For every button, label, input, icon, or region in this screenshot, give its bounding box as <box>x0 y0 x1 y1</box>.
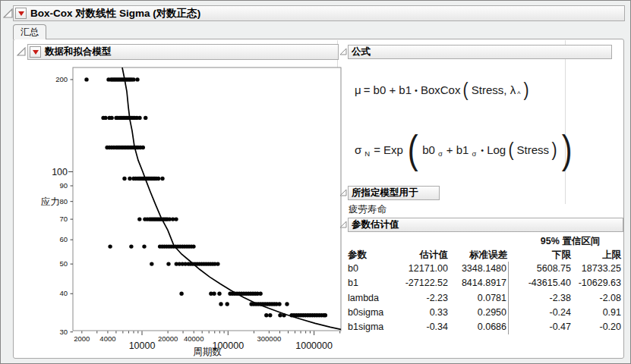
plot-section-header: 数据和拟合模型 <box>27 44 339 60</box>
svg-text:30: 30 <box>59 328 68 336</box>
model-for-title: 所指定模型用于 <box>352 187 418 199</box>
svg-text:80: 80 <box>59 197 68 206</box>
sigma-formula: σ N = Exp ( b0 σ + b1 σ • Log ( Stress )… <box>355 122 575 177</box>
close-paren: ) <box>562 130 573 169</box>
disclosure-triangle-icon[interactable] <box>339 189 347 196</box>
boxcox-fn: BoxCox <box>421 83 461 96</box>
svg-text:300000: 300000 <box>257 334 282 343</box>
b0-sigma-term: b0 <box>422 143 435 156</box>
tab-summary-label: 汇总 <box>21 26 39 39</box>
svg-text:40000: 40000 <box>184 334 203 343</box>
close-paren: ) <box>552 140 557 159</box>
mu-symbol: μ <box>355 83 361 96</box>
multiply-dot-icon: • <box>481 146 484 155</box>
column-header: 估计值 <box>401 248 450 262</box>
cell: -2.08 <box>573 291 623 306</box>
cell: 3348.1480 <box>450 262 509 276</box>
svg-text:40: 40 <box>59 289 68 297</box>
cell: b0 <box>346 262 401 276</box>
svg-text:200: 200 <box>55 75 68 83</box>
log-fn: Log <box>487 143 506 156</box>
estimates-row-lambda: lambda-2.230.0781-2.38-2.08 <box>346 291 624 306</box>
b1-sigma-sub: σ <box>472 149 476 158</box>
cell: 0.33 <box>401 306 450 320</box>
ci-header-row: 95% 置信区间 <box>346 235 624 248</box>
disclosure-triangle-icon[interactable] <box>339 221 347 228</box>
model-for-value: 疲劳寿命 <box>349 203 386 216</box>
cell: -0.47 <box>509 320 573 334</box>
cell: 12171.00 <box>401 262 450 276</box>
cell: lambda <box>346 291 401 306</box>
estimates-row-b0sigma: b0sigma0.330.2950-0.240.91 <box>346 306 624 320</box>
cell: b1 <box>346 276 401 290</box>
b0-sigma-sub: σ <box>438 149 443 158</box>
cell: 8414.8917 <box>450 276 509 290</box>
cell: 0.91 <box>573 306 623 320</box>
open-paren: ( <box>408 130 418 169</box>
cell: -10629.63 <box>573 276 623 290</box>
svg-text:4000: 4000 <box>99 334 115 343</box>
column-header-row: 参数估计值标准误差下限上限 <box>346 248 624 262</box>
svg-text:100: 100 <box>52 167 68 177</box>
red-triangle-menu-button[interactable] <box>15 8 27 19</box>
b1-sigma-term: + b1 <box>446 143 469 156</box>
x-axis-title: 周期数 <box>193 347 222 357</box>
red-triangle-icon <box>18 11 24 16</box>
sigma-subscript: N <box>364 149 370 158</box>
jmp-report-window: Box-Cox 对数线性 Sigma (对数正态) 汇总 数据和拟合模型 200… <box>0 0 631 364</box>
exp-fn: = Exp <box>374 143 403 156</box>
svg-text:2000: 2000 <box>74 334 90 343</box>
disclosure-triangle-icon[interactable] <box>3 8 13 18</box>
red-triangle-menu-button[interactable] <box>30 46 41 58</box>
plot-frame <box>73 67 341 331</box>
svg-text:50: 50 <box>59 259 68 268</box>
formula-section-title: 公式 <box>352 46 371 58</box>
multiply-dot-icon: • <box>415 86 418 95</box>
sigma-symbol: σ <box>355 143 361 156</box>
tab-summary[interactable]: 汇总 <box>13 24 46 39</box>
formula-section-header: 公式 <box>348 45 612 59</box>
cell: -2.23 <box>401 291 450 306</box>
svg-text:20000: 20000 <box>158 334 178 343</box>
plot-section-title: 数据和拟合模型 <box>45 46 112 58</box>
column-header: 参数 <box>346 248 401 262</box>
cell: 0.0686 <box>450 320 509 334</box>
y-axis-title: 应力 <box>41 196 60 207</box>
column-header: 标准误差 <box>450 248 509 262</box>
mu-linear-terms: = b0 + b1 <box>364 83 412 96</box>
log-arg: Stress <box>517 143 550 156</box>
cell: 5608.75 <box>509 262 573 276</box>
estimates-section-header: 参数估计值 <box>348 218 623 232</box>
red-triangle-icon <box>33 50 39 55</box>
cell: -0.20 <box>573 320 623 334</box>
column-header: 下限 <box>509 248 573 262</box>
mu-formula: μ = b0 + b1 • BoxCox ( Stress, λ^ ) <box>355 77 530 102</box>
open-paren: ( <box>509 140 514 159</box>
fatigue-scatter-plot[interactable]: 2000400010000200004000010000030000010000… <box>16 65 350 362</box>
open-paren: ( <box>463 80 469 99</box>
cell: b1sigma <box>346 320 401 334</box>
svg-text:90: 90 <box>59 181 68 190</box>
svg-text:70: 70 <box>59 215 68 223</box>
cell: 0.2950 <box>450 306 509 320</box>
cell: 18733.25 <box>573 262 623 276</box>
lambda-hat: ^ <box>517 90 520 98</box>
cell: b0sigma <box>346 306 401 320</box>
disclosure-triangle-icon[interactable] <box>17 47 26 56</box>
estimates-row-b0: b012171.003348.14805608.7518733.25 <box>346 262 624 276</box>
ci-header: 95% 置信区间 <box>509 235 623 248</box>
column-header: 上限 <box>573 248 623 262</box>
svg-text:1000000: 1000000 <box>295 340 333 351</box>
svg-text:60: 60 <box>59 235 68 243</box>
estimates-row-b1sigma: b1sigma-0.340.0686-0.47-0.20 <box>346 320 624 334</box>
cell: -0.34 <box>401 320 450 334</box>
report-title: Box-Cox 对数线性 Sigma (对数正态) <box>30 7 200 20</box>
estimates-row-b1: b1-27122.528414.8917-43615.40-10629.63 <box>346 276 624 290</box>
estimates-table: 95% 置信区间参数估计值标准误差下限上限b012171.003348.1480… <box>346 235 624 334</box>
cell: -27122.52 <box>401 276 450 290</box>
disclosure-triangle-icon[interactable] <box>339 48 347 55</box>
cell: -0.24 <box>509 306 573 320</box>
cell: -43615.40 <box>509 276 573 290</box>
boxcox-args: Stress, λ <box>472 83 516 96</box>
report-title-bar: Box-Cox 对数线性 Sigma (对数正态) <box>13 5 625 21</box>
